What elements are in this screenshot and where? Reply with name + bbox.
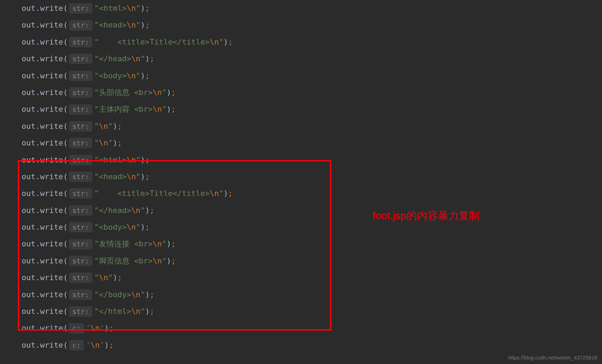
string-close: " [136, 168, 140, 185]
paren-close: ) [140, 168, 145, 185]
paren-open: ( [63, 34, 68, 50]
string-content: <body> [99, 68, 126, 84]
param-hint: str: [69, 20, 92, 31]
string-close: " [108, 118, 113, 135]
param-hint: str: [69, 172, 92, 182]
code-line[interactable]: out.write(str: "脚页信息 <br>\n"); [22, 253, 602, 269]
semicolon: ; [150, 286, 154, 303]
dot: . [36, 118, 40, 135]
string-close: " [136, 68, 140, 84]
code-line[interactable]: out.write(str: "\n"); [22, 118, 602, 135]
dot: . [36, 337, 40, 354]
code-line[interactable]: out.write(str: "</html>\n"); [22, 303, 602, 320]
escape-seq: \n [126, 68, 136, 84]
paren-open: ( [63, 236, 68, 252]
code-line[interactable]: out.write(str: "<html>\n"); [22, 0, 602, 17]
dot: . [36, 185, 40, 202]
string-close: " [219, 185, 223, 202]
paren-open: ( [63, 303, 68, 320]
code-line[interactable]: out.write(str: "主体内容 <br>\n"); [22, 101, 602, 118]
dot: . [36, 236, 40, 252]
param-hint: str: [69, 104, 92, 115]
code-editor[interactable]: out.write(str: "\n");out.write(str: "<ht… [0, 0, 602, 354]
dot: . [36, 286, 40, 303]
code-line[interactable]: out.write(str: "头部信息 <br>\n"); [22, 84, 602, 101]
method-name: write [40, 152, 63, 168]
paren-close: ) [145, 202, 149, 219]
string-close: " [162, 253, 167, 269]
escape-seq: \n [126, 0, 136, 17]
string-open: " [94, 286, 99, 303]
escape-seq: \n [131, 303, 141, 320]
escape-seq: \n [99, 118, 108, 135]
dot: . [36, 84, 40, 101]
paren-close: ) [140, 219, 145, 236]
object-ref: out [22, 68, 36, 84]
escape-seq: \n [99, 269, 108, 286]
paren-close: ) [140, 68, 145, 84]
paren-open: ( [63, 253, 68, 269]
code-line[interactable]: out.write(str: "<head>\n"); [22, 168, 602, 185]
code-line[interactable]: out.write(str: "</head>\n"); [22, 202, 602, 219]
paren-close: ) [105, 337, 109, 354]
dot: . [36, 219, 40, 236]
string-open: " [94, 219, 99, 236]
string-close: " [136, 219, 140, 236]
code-line[interactable]: out.write(str: "<body>\n"); [22, 219, 602, 236]
string-open: ' [86, 320, 91, 337]
method-name: write [40, 219, 63, 236]
escape-seq: \n [210, 34, 219, 50]
dot: . [36, 68, 40, 84]
string-open: " [94, 236, 99, 252]
object-ref: out [22, 17, 36, 33]
object-ref: out [22, 219, 36, 236]
string-content: <body> [99, 219, 126, 236]
semicolon: ; [145, 68, 149, 84]
dot: . [36, 50, 40, 67]
param-hint: str: [69, 87, 92, 98]
method-name: write [40, 135, 63, 151]
string-open: " [94, 202, 99, 219]
param-hint: str: [69, 188, 92, 199]
code-line[interactable]: out.write(str: "<body>\n"); [22, 68, 602, 84]
code-line[interactable]: out.write(str: "<html>\n"); [22, 152, 602, 168]
code-line[interactable]: out.write(str: "友情连接 <br>\n"); [22, 236, 602, 252]
string-open: " [94, 50, 99, 67]
code-line[interactable]: out.write(str: " <title>Title</title>\n"… [22, 185, 602, 202]
method-name: write [40, 50, 63, 67]
string-open: " [94, 269, 99, 286]
object-ref: out [22, 168, 36, 185]
string-close: " [219, 34, 223, 50]
param-hint: str: [69, 239, 92, 250]
code-line[interactable]: out.write(str: "</body>\n"); [22, 286, 602, 303]
paren-open: ( [63, 135, 68, 151]
method-name: write [40, 17, 63, 33]
semicolon: ; [228, 34, 233, 50]
string-content: <head> [99, 168, 126, 185]
string-content: 主体内容 <br> [99, 101, 153, 118]
paren-open: ( [63, 320, 68, 337]
paren-open: ( [63, 202, 68, 219]
dot: . [36, 34, 40, 50]
code-line[interactable]: out.write(c: '\n'); [22, 337, 602, 354]
escape-seq: \n [153, 101, 162, 118]
dot: . [36, 135, 40, 151]
string-content: <title>Title</title> [99, 34, 210, 50]
code-line[interactable]: out.write(c: '\n'); [22, 320, 602, 337]
object-ref: out [22, 286, 36, 303]
string-open: " [94, 303, 99, 320]
code-line[interactable]: out.write(str: "</head>\n"); [22, 50, 602, 67]
string-close: " [162, 84, 167, 101]
code-line[interactable]: out.write(str: "<head>\n"); [22, 17, 602, 33]
method-name: write [40, 236, 63, 252]
method-name: write [40, 269, 63, 286]
object-ref: out [22, 118, 36, 135]
code-line[interactable]: out.write(str: "\n"); [22, 135, 602, 151]
paren-open: ( [63, 17, 68, 33]
string-open: " [94, 253, 99, 269]
string-open: " [94, 17, 99, 33]
code-line[interactable]: out.write(str: " <title>Title</title>\n"… [22, 34, 602, 50]
code-line[interactable]: out.write(str: "\n"); [22, 269, 602, 286]
paren-close: ) [167, 101, 171, 118]
method-name: write [40, 168, 63, 185]
